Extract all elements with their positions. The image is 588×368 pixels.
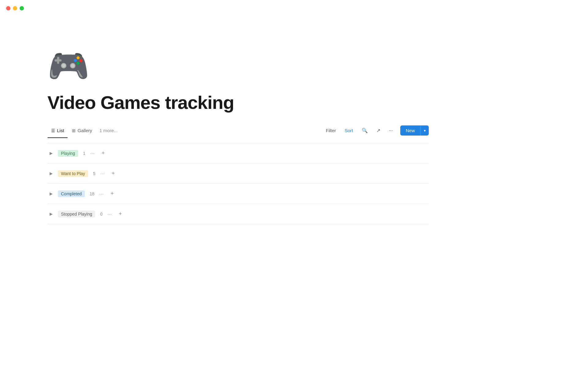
gallery-tab-icon: ⊞: [72, 128, 76, 133]
more-tabs-label: 1 more...: [100, 128, 118, 133]
page-icon: 🎮: [47, 49, 429, 83]
group-more-want-to-play[interactable]: ···: [99, 170, 107, 177]
group-count-completed: 18: [90, 191, 95, 196]
group-row-stopped-playing: ▶ Stopped Playing 0 ··· +: [47, 204, 429, 224]
group-add-playing[interactable]: +: [100, 149, 107, 158]
group-tag-playing[interactable]: Playing: [58, 150, 78, 157]
more-options-button[interactable]: ···: [385, 126, 397, 136]
group-tag-stopped-playing[interactable]: Stopped Playing: [58, 211, 95, 217]
group-count-playing: 1: [83, 151, 85, 156]
toolbar-right: Filter Sort 🔍 ↗ ··· New ▾: [322, 125, 429, 136]
search-icon: 🔍: [362, 128, 368, 133]
group-row-want-to-play: ▶ Want to Play 5 ··· +: [47, 163, 429, 184]
group-more-completed[interactable]: ···: [97, 190, 106, 197]
sort-label: Sort: [345, 128, 353, 133]
list-tab-icon: ☰: [51, 128, 55, 133]
more-tabs-button[interactable]: 1 more...: [96, 125, 121, 136]
group-more-stopped-playing[interactable]: ···: [106, 210, 114, 218]
filter-button[interactable]: Filter: [322, 126, 340, 135]
group-add-stopped-playing[interactable]: +: [117, 209, 124, 218]
group-add-completed[interactable]: +: [109, 189, 116, 198]
group-more-playing[interactable]: ···: [89, 150, 97, 157]
page-title: Video Games tracking: [47, 92, 429, 113]
group-chevron-want-to-play[interactable]: ▶: [47, 170, 55, 177]
main-content: 🎮 Video Games tracking ☰ List ⊞ Gallery …: [0, 0, 429, 224]
expand-icon: ↗: [376, 128, 380, 133]
list-container: ▶ Playing 1 ··· + ▶ Want to Play 5 ··· +…: [47, 143, 429, 224]
toolbar: ☰ List ⊞ Gallery 1 more... Filter Sort: [47, 125, 429, 136]
search-button[interactable]: 🔍: [358, 125, 371, 136]
filter-label: Filter: [326, 128, 336, 133]
group-add-want-to-play[interactable]: +: [110, 169, 117, 178]
toolbar-left: ☰ List ⊞ Gallery 1 more...: [47, 125, 321, 136]
new-button[interactable]: New: [400, 125, 420, 136]
tab-gallery[interactable]: ⊞ Gallery: [68, 125, 96, 136]
minimize-button[interactable]: [13, 6, 17, 10]
maximize-button[interactable]: [20, 6, 24, 10]
window-controls: [6, 6, 24, 10]
group-tag-want-to-play[interactable]: Want to Play: [58, 170, 88, 177]
new-dropdown-button[interactable]: ▾: [420, 125, 429, 136]
tab-list[interactable]: ☰ List: [47, 125, 68, 136]
tab-gallery-label: Gallery: [77, 128, 92, 133]
sort-button[interactable]: Sort: [341, 126, 357, 135]
group-chevron-playing[interactable]: ▶: [47, 150, 55, 157]
tab-list-label: List: [57, 128, 64, 133]
group-tag-completed[interactable]: Completed: [58, 190, 85, 197]
close-button[interactable]: [6, 6, 10, 10]
more-icon: ···: [389, 128, 393, 133]
group-row-completed: ▶ Completed 18 ··· +: [47, 184, 429, 204]
expand-button[interactable]: ↗: [373, 125, 384, 136]
group-row-playing: ▶ Playing 1 ··· +: [47, 143, 429, 163]
group-chevron-completed[interactable]: ▶: [47, 190, 55, 197]
dropdown-chevron-icon: ▾: [424, 128, 426, 133]
new-button-group: New ▾: [400, 125, 429, 136]
group-count-stopped-playing: 0: [100, 212, 103, 217]
group-chevron-stopped-playing[interactable]: ▶: [47, 210, 55, 217]
group-count-want-to-play: 5: [93, 171, 96, 176]
